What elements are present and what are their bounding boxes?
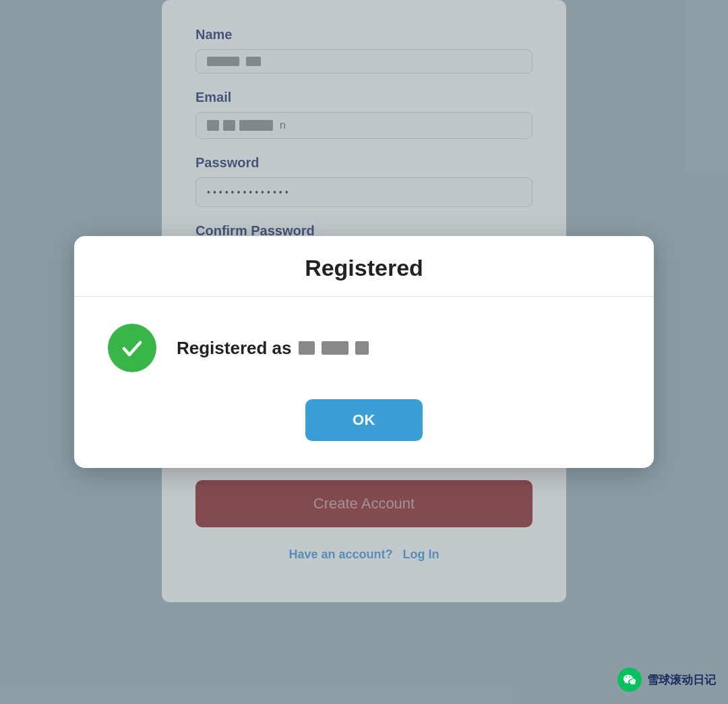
success-check-circle bbox=[108, 324, 156, 372]
registered-message: Registered as bbox=[177, 338, 369, 359]
redacted-user-1 bbox=[299, 341, 315, 355]
wechat-icon bbox=[617, 668, 642, 692]
check-icon bbox=[119, 334, 146, 361]
modal-body: Registered as bbox=[74, 297, 654, 386]
redacted-user-2 bbox=[322, 341, 348, 355]
modal-title: Registered bbox=[101, 255, 627, 281]
registered-modal: Registered Registered as OK bbox=[74, 236, 654, 468]
redacted-user-3 bbox=[355, 341, 369, 355]
wechat-watermark: 雪球滚动日记 bbox=[617, 668, 716, 692]
registered-as-text: Registered as bbox=[177, 338, 292, 359]
wechat-svg bbox=[622, 672, 637, 687]
wechat-label: 雪球滚动日记 bbox=[647, 672, 716, 688]
modal-overlay: Registered Registered as OK bbox=[0, 0, 728, 704]
modal-header: Registered bbox=[74, 236, 654, 297]
ok-button[interactable]: OK bbox=[305, 399, 423, 441]
modal-footer: OK bbox=[74, 386, 654, 468]
